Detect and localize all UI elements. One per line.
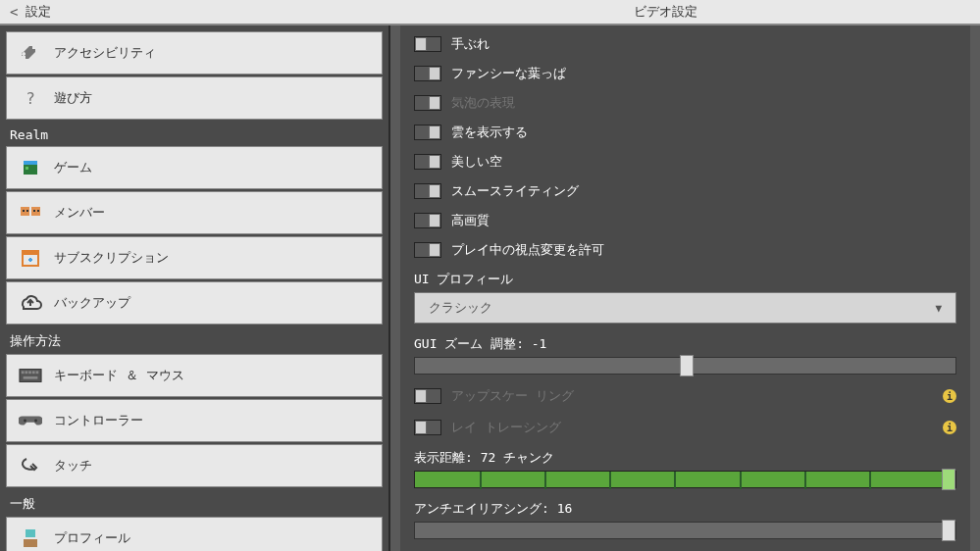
gui-zoom-slider[interactable] [414, 357, 956, 375]
toggle-row: ファンシーな葉っぱ [414, 59, 956, 88]
sidebar-item-controller[interactable]: コントローラー [6, 399, 383, 442]
chevron-left-icon: < [10, 4, 18, 20]
toggle-switch[interactable] [414, 183, 441, 199]
svg-rect-7 [33, 210, 35, 212]
header-bar: < 設定 ビデオ設定 [0, 0, 980, 25]
toggle-switch [414, 420, 441, 435]
toggle-row: レイ トレーシングi [414, 412, 956, 443]
toggle-switch[interactable] [414, 36, 441, 52]
toggle-switch[interactable] [414, 125, 441, 140]
back-button[interactable]: < 設定 [0, 3, 390, 21]
sidebar-item-label: バックアップ [54, 294, 130, 312]
sidebar-item-how-to-play[interactable]: ? 遊び方 [6, 76, 383, 120]
content-panel: 手ぶれファンシーな葉っぱ気泡の表現雲を表示する美しい空スムースライティング高画質… [400, 25, 970, 551]
toggle-row: スムースライティング [414, 176, 956, 206]
sidebar-item-touch[interactable]: タッチ [6, 444, 383, 487]
toggle-switch[interactable] [414, 242, 441, 258]
slider-knob[interactable] [942, 520, 955, 541]
section-general: 一般 [6, 489, 383, 517]
slider-knob[interactable] [680, 355, 694, 376]
sidebar-scrollbar[interactable] [390, 25, 400, 551]
toggle-knob [429, 184, 440, 198]
members-icon [19, 201, 42, 225]
toggle-switch[interactable] [414, 66, 441, 81]
gamepad-icon [19, 409, 42, 432]
svg-rect-21 [24, 539, 37, 547]
ui-profile-dropdown[interactable]: クラシック ▼ [414, 292, 956, 324]
svg-rect-16 [36, 371, 39, 374]
sidebar-item-label: プロフィール [54, 529, 130, 547]
profile-icon [19, 526, 42, 550]
sidebar-item-game[interactable]: ゲーム [6, 146, 383, 189]
toggle-label: プレイ中の視点変更を許可 [451, 241, 604, 259]
toggle-knob [429, 67, 440, 80]
svg-rect-17 [24, 376, 38, 379]
sidebar-item-label: メンバー [54, 204, 105, 222]
touch-icon [19, 454, 42, 477]
sidebar-item-label: ゲーム [54, 159, 92, 176]
content-scrollbar[interactable] [970, 25, 980, 551]
svg-rect-5 [23, 210, 25, 212]
keyboard-icon [19, 364, 42, 387]
toggle-knob [415, 421, 427, 434]
toggle-label: 美しい空 [451, 153, 502, 171]
svg-point-18 [24, 420, 26, 423]
chevron-down-icon: ▼ [935, 302, 942, 315]
toggle-knob [415, 37, 427, 51]
svg-rect-6 [26, 210, 28, 212]
toggle-knob [429, 125, 440, 139]
toggle-label: アップスケー リング [451, 387, 574, 405]
sidebar-item-subscription[interactable]: サブスクリプション [6, 236, 383, 279]
sidebar-item-label: キーボード ＆ マウス [54, 367, 184, 384]
toggle-row: プレイ中の視点変更を許可 [414, 235, 956, 265]
slider-knob[interactable] [942, 469, 955, 490]
sidebar-item-label: サブスクリプション [54, 249, 169, 267]
toggle-knob [429, 243, 440, 257]
svg-rect-1 [24, 161, 37, 165]
antialias-label: アンチエイリアシング: 16 [414, 494, 956, 522]
render-distance-slider[interactable] [414, 471, 956, 488]
toggle-label: 高画質 [451, 212, 490, 229]
sidebar-item-accessibility[interactable]: アクセシビリティ [6, 31, 383, 75]
toggle-knob [429, 96, 440, 110]
svg-rect-12 [22, 371, 25, 374]
sidebar-item-label: コントローラー [54, 412, 143, 429]
toggle-label: 手ぶれ [451, 35, 490, 53]
ui-profile-label: UI プロフィール [414, 265, 956, 292]
toggle-label: ファンシーな葉っぱ [451, 65, 566, 82]
toggle-row: 美しい空 [414, 147, 956, 176]
svg-rect-8 [37, 210, 39, 212]
info-icon[interactable]: i [943, 421, 956, 434]
toggle-label: スムースライティング [451, 182, 579, 200]
toggle-switch[interactable] [414, 213, 441, 228]
sidebar-item-members[interactable]: メンバー [6, 191, 383, 234]
sidebar-item-profile[interactable]: プロフィール [6, 517, 383, 551]
render-distance-label: 表示距離: 72 チャンク [414, 443, 956, 471]
sidebar: アクセシビリティ ? 遊び方 Realm ゲーム メンバー [0, 25, 390, 551]
sidebar-item-keyboard[interactable]: キーボード ＆ マウス [6, 354, 383, 397]
sidebar-item-label: 遊び方 [54, 89, 92, 107]
toggle-label: 雲を表示する [451, 124, 528, 141]
calendar-plus-icon [19, 246, 42, 270]
svg-rect-10 [23, 251, 38, 255]
toggle-knob [415, 389, 427, 403]
section-controls: 操作方法 [6, 326, 383, 354]
svg-rect-15 [32, 371, 35, 374]
svg-rect-14 [28, 371, 31, 374]
toggle-row: アップスケー リングi [414, 380, 956, 412]
svg-rect-2 [26, 167, 28, 170]
globe-icon [19, 156, 42, 179]
sidebar-item-label: タッチ [54, 457, 92, 475]
section-realm: Realm [6, 122, 383, 146]
gui-zoom-label: GUI ズーム 調整: -1 [414, 329, 956, 357]
toggle-row: 雲を表示する [414, 118, 956, 147]
toggle-switch[interactable] [414, 154, 441, 170]
toggle-switch [414, 95, 441, 111]
toggle-label: レイ トレーシング [451, 419, 561, 436]
sidebar-item-label: アクセシビリティ [54, 44, 156, 62]
svg-point-19 [34, 420, 37, 423]
sidebar-item-backup[interactable]: バックアップ [6, 281, 383, 325]
svg-rect-20 [26, 529, 35, 537]
info-icon[interactable]: i [943, 389, 956, 403]
antialias-slider[interactable] [414, 522, 956, 539]
